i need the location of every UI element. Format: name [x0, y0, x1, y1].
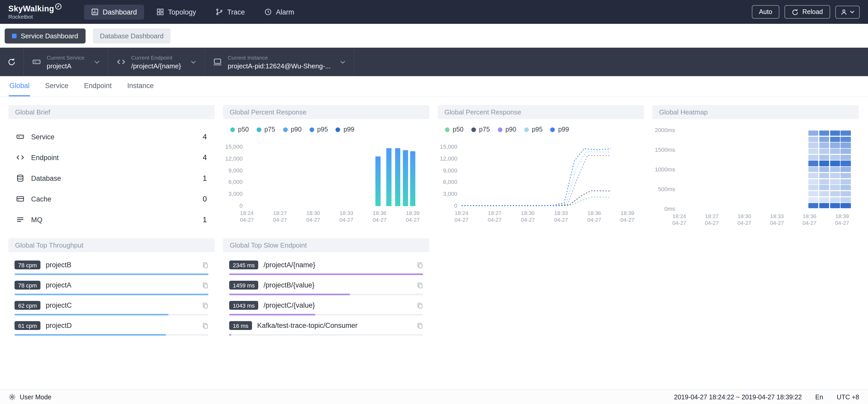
legend-label: p75	[479, 126, 490, 133]
brief-label: Service	[31, 133, 55, 141]
card-title: Global Percent Response	[223, 105, 429, 119]
current-instance-selector[interactable]: Current Instance projectA-pid:12624@Wu-S…	[205, 48, 354, 76]
heatmap-cell	[819, 185, 829, 190]
tab-service[interactable]: Service	[44, 76, 69, 96]
reload-button[interactable]: Reload	[785, 5, 830, 19]
brief-list: Service 4 Endpoint 4 Database 1	[8, 119, 215, 230]
throughput-row: 62 cpm projectC	[14, 300, 209, 315]
throughput-badge: 78 cpm	[14, 281, 40, 290]
x-axis-label: 18:3304-27	[547, 210, 576, 223]
brand-subtitle: Rocketbot	[8, 14, 66, 20]
tab-service-dashboard[interactable]: Service Dashboard	[5, 28, 85, 43]
legend-item-p90[interactable]: p90	[498, 126, 516, 133]
legend-item-p90[interactable]: p90	[283, 126, 302, 133]
legend-item-p50[interactable]: p50	[230, 126, 249, 133]
legend-item-p75[interactable]: p75	[257, 126, 275, 133]
x-axis-label: 18:3004-27	[299, 210, 328, 223]
language-selector[interactable]: En	[815, 393, 824, 401]
legend-item-p99[interactable]: p99	[336, 126, 354, 133]
legend-item-p75[interactable]: p75	[471, 126, 490, 133]
brief-value: 1	[203, 215, 207, 224]
legend-dot	[283, 127, 287, 132]
tab-endpoint[interactable]: Endpoint	[84, 76, 112, 96]
nav-item-trace[interactable]: Trace	[209, 4, 252, 20]
latency-bar-track	[229, 314, 423, 315]
user-menu-button[interactable]	[835, 5, 860, 19]
dashboard-tab-icon	[12, 33, 17, 38]
x-axis-label: 18:3604-27	[580, 210, 609, 223]
service-icon	[16, 133, 24, 141]
brief-row-cache: Cache 0	[9, 189, 214, 209]
tab-instance[interactable]: Instance	[127, 76, 154, 96]
heatmap-cell	[808, 203, 818, 208]
nav-item-topology[interactable]: Topology	[149, 4, 203, 20]
copy-button[interactable]	[202, 322, 209, 329]
card-global-percent-response-line: Global Percent Response p50p75p90p95p99 …	[438, 105, 644, 226]
slow-endpoint-row: 2345 ms /projectA/{name}	[229, 260, 423, 275]
legend-label: p99	[343, 126, 354, 133]
legend-item-p50[interactable]: p50	[445, 126, 464, 133]
heatmap-cell	[819, 155, 829, 160]
current-endpoint-selector[interactable]: Current Endpoint /projectA/{name}	[108, 48, 205, 76]
legend-item-p95[interactable]: p95	[524, 126, 542, 133]
heatmap-cell	[841, 179, 851, 184]
heatmap-cell	[808, 131, 818, 136]
endpoint-label: /projectB/{value}	[264, 281, 314, 289]
tab-global[interactable]: Global	[9, 76, 30, 96]
timezone-selector[interactable]: UTC +8	[837, 393, 859, 401]
legend-item-p99[interactable]: p99	[550, 126, 569, 133]
bar	[386, 148, 391, 206]
selector-value: projectA	[46, 62, 85, 70]
heatmap-cell	[819, 149, 829, 154]
heatmap-cell	[808, 179, 818, 184]
heatmap-cell	[830, 203, 840, 208]
copy-button[interactable]	[202, 302, 209, 309]
user-icon	[840, 8, 847, 15]
heatmap-cell	[830, 131, 840, 136]
refresh-selectors-button[interactable]	[0, 48, 24, 76]
chevron-down-icon	[340, 60, 345, 63]
gear-icon	[9, 394, 16, 400]
user-mode-toggle[interactable]: User Mode	[9, 393, 51, 401]
brief-label: Database	[31, 174, 61, 182]
cache-icon	[16, 195, 24, 203]
y-axis-label: 2000ms	[655, 127, 675, 133]
refresh-icon	[8, 58, 16, 66]
heatmap-cell	[841, 167, 851, 172]
copy-button[interactable]	[417, 281, 423, 289]
nav-item-dashboard[interactable]: Dashboard	[84, 4, 144, 20]
copy-button[interactable]	[417, 261, 423, 269]
copy-button[interactable]	[417, 322, 423, 329]
clipboard-icon	[202, 302, 209, 309]
copy-button[interactable]	[202, 281, 209, 289]
nav-item-alarm[interactable]: Alarm	[257, 4, 302, 20]
latency-bar	[229, 314, 315, 315]
throughput-bar-track	[14, 334, 209, 336]
chevron-down-icon	[94, 60, 99, 63]
main-nav: Dashboard Topology Trace Alarm	[84, 4, 302, 20]
bar	[395, 148, 400, 206]
legend-item-p95[interactable]: p95	[309, 126, 328, 133]
endpoint-label: Kafka/test-trace-topic/Consumer	[257, 322, 358, 329]
current-service-selector[interactable]: Current Service projectA	[24, 48, 108, 76]
footer-bar: User Mode 2019-04-27 18:24:22 ~ 2019-04-…	[0, 390, 868, 404]
legend-label: p95	[532, 126, 542, 133]
y-axis-label: 1000ms	[655, 166, 675, 172]
latency-bar	[229, 334, 231, 336]
throughput-badge: 62 cpm	[14, 301, 40, 310]
heatmap-cell	[808, 167, 818, 172]
throughput-row: 78 cpm projectB	[14, 260, 209, 275]
copy-button[interactable]	[417, 302, 423, 309]
trace-icon	[216, 8, 223, 15]
time-range: 2019-04-27 18:24:22 ~ 2019-04-27 18:39:2…	[674, 393, 802, 401]
y-axis-label: 9,000	[228, 167, 243, 173]
dashboard-tab-bar: Service Dashboard Database Dashboard	[0, 24, 868, 48]
copy-button[interactable]	[202, 261, 209, 269]
throughput-label: projectD	[45, 322, 72, 329]
brief-label: Endpoint	[31, 154, 59, 161]
skywalking-dashboard-page: SkyWalking Rocketbot Dashboard Topology …	[0, 0, 868, 404]
auto-button[interactable]: Auto	[752, 5, 779, 19]
heatmap-cell	[808, 149, 818, 154]
tab-database-dashboard[interactable]: Database Dashboard	[93, 28, 171, 43]
y-axis-label: 1500ms	[655, 146, 675, 153]
